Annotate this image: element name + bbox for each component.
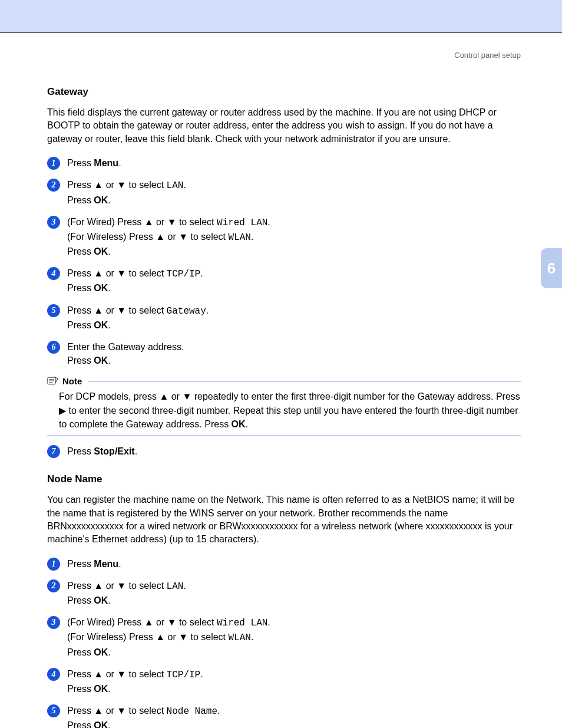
step-mono: Node Name	[167, 706, 217, 717]
ok-label: OK	[94, 595, 108, 605]
step-text: Press ▲ or ▼ to select	[67, 581, 167, 591]
step-mono: Wired LAN	[217, 218, 267, 228]
step-bullet: 1	[47, 558, 60, 571]
step-text: .	[251, 632, 253, 642]
step-bullet: 4	[47, 668, 60, 681]
nodename-intro: You can register the machine name on the…	[47, 493, 521, 546]
step-text: Press	[67, 246, 94, 256]
ok-label: OK	[94, 684, 108, 694]
step-text: .	[183, 180, 186, 190]
step-text: Press	[67, 355, 94, 365]
gateway-step-4: 4 Press ▲ or ▼ to select TCP/IP. Press O…	[47, 266, 521, 295]
note-rule	[88, 381, 521, 381]
step-bullet: 5	[47, 704, 60, 717]
step-bullet: 7	[47, 445, 60, 458]
step-text: Press	[67, 684, 94, 694]
step-bullet: 5	[47, 304, 60, 317]
step-mono: TCP/IP	[167, 269, 201, 279]
step-text: Press ▲ or ▼ to select	[67, 180, 167, 190]
step-text: (For Wireless) Press ▲ or ▼ to select	[67, 232, 229, 242]
stop-exit-label: Stop/Exit	[94, 446, 134, 456]
step-body: Press Menu.	[67, 156, 521, 170]
nodename-heading: Node Name	[47, 473, 521, 485]
step-menu-label: Menu	[94, 559, 118, 569]
nodename-step-3: 3 (For Wired) Press ▲ or ▼ to select Wir…	[47, 615, 521, 659]
gateway-step-3: 3 (For Wired) Press ▲ or ▼ to select Wir…	[47, 215, 521, 259]
note-block: Note For DCP models, press ▲ or ▼ repeat…	[47, 375, 521, 436]
step-text: (For Wireless) Press ▲ or ▼ to select	[67, 632, 229, 642]
note-ok: OK	[232, 419, 246, 429]
page-content: 6 Control panel setup Gateway This field…	[0, 33, 562, 728]
nodename-step-2: 2 Press ▲ or ▼ to select LAN. Press OK.	[47, 579, 521, 607]
step-body: Press ▲ or ▼ to select LAN. Press OK.	[67, 178, 521, 206]
step-text: Press	[67, 720, 94, 728]
gateway-step-1: 1 Press Menu.	[47, 156, 521, 170]
gateway-step-2: 2 Press ▲ or ▼ to select LAN. Press OK.	[47, 178, 521, 206]
step-body: Press ▲ or ▼ to select LAN. Press OK.	[67, 579, 521, 607]
step-text: Press	[67, 559, 94, 569]
ok-label: OK	[94, 283, 108, 293]
step-body: Enter the Gateway address. Press OK.	[67, 340, 521, 367]
breadcrumb: Control panel setup	[47, 51, 521, 60]
nodename-step-1: 1 Press Menu.	[47, 557, 521, 571]
gateway-heading: Gateway	[47, 86, 521, 98]
top-banner	[0, 0, 562, 33]
step-bullet: 6	[47, 341, 60, 354]
ok-label: OK	[94, 647, 108, 657]
step-mono: Wired LAN	[217, 618, 267, 628]
chapter-tab: 6	[541, 248, 562, 288]
step-text: (For Wired) Press ▲ or ▼ to select	[67, 217, 217, 227]
step-text: .	[200, 268, 203, 278]
step-text: .	[251, 232, 253, 242]
step-text: .	[267, 617, 270, 627]
step-text: Enter the Gateway address.	[67, 340, 521, 354]
step-text: .	[135, 446, 137, 456]
step-body: Press Menu.	[67, 557, 521, 571]
step-text: Press	[67, 320, 94, 330]
step-text: .	[267, 217, 270, 227]
step-text: Press	[67, 158, 94, 168]
step-mono: Gateway	[167, 306, 206, 317]
step-text: .	[118, 559, 121, 569]
nodename-step-4: 4 Press ▲ or ▼ to select TCP/IP. Press O…	[47, 667, 521, 696]
step-text: Press	[67, 283, 94, 293]
step-menu-label: Menu	[94, 158, 118, 168]
step-text: Press	[67, 446, 94, 456]
step-body: Press ▲ or ▼ to select TCP/IP. Press OK.	[67, 667, 521, 696]
gateway-step-6: 6 Enter the Gateway address. Press OK.	[47, 340, 521, 367]
note-end-rule	[47, 436, 521, 436]
step-mono: WLAN	[229, 633, 251, 643]
step-body: (For Wired) Press ▲ or ▼ to select Wired…	[67, 215, 521, 259]
step-body: Press ▲ or ▼ to select Gateway. Press OK…	[67, 304, 521, 332]
gateway-step-7: 7 Press Stop/Exit.	[47, 444, 521, 458]
step-body: Press Stop/Exit.	[67, 444, 521, 458]
ok-label: OK	[94, 246, 108, 256]
gateway-intro: This field displays the current gateway …	[47, 106, 521, 146]
step-mono: WLAN	[229, 232, 251, 243]
step-text: Press ▲ or ▼ to select	[67, 669, 167, 679]
step-bullet: 2	[47, 579, 60, 592]
step-text: .	[217, 706, 220, 716]
step-text: Press ▲ or ▼ to select	[67, 268, 167, 278]
ok-label: OK	[94, 720, 108, 728]
step-text: .	[206, 305, 209, 315]
step-body: (For Wired) Press ▲ or ▼ to select Wired…	[67, 615, 521, 659]
step-mono: LAN	[167, 581, 184, 592]
step-bullet: 3	[47, 616, 60, 629]
note-icon	[47, 375, 59, 386]
step-text: Press ▲ or ▼ to select	[67, 305, 167, 315]
step-text: Press	[67, 647, 94, 657]
step-text: Press	[67, 595, 94, 605]
step-text: .	[183, 581, 186, 591]
step-text: Press ▲ or ▼ to select	[67, 706, 167, 716]
nodename-step-5: 5 Press ▲ or ▼ to select Node Name. Pres…	[47, 704, 521, 728]
gateway-step-5: 5 Press ▲ or ▼ to select Gateway. Press …	[47, 304, 521, 332]
ok-label: OK	[94, 355, 108, 365]
step-bullet: 2	[47, 179, 60, 192]
step-bullet: 3	[47, 216, 60, 229]
note-text: .	[246, 419, 248, 429]
step-bullet: 1	[47, 157, 60, 170]
step-body: Press ▲ or ▼ to select Node Name. Press …	[67, 704, 521, 728]
ok-label: OK	[94, 320, 108, 330]
step-text: (For Wired) Press ▲ or ▼ to select	[67, 617, 217, 627]
